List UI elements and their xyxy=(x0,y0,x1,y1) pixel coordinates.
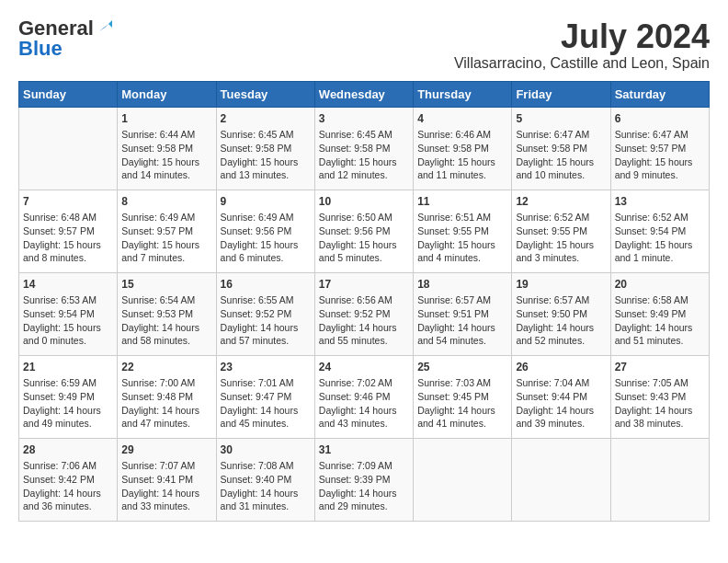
svg-marker-1 xyxy=(108,20,112,28)
cell-content: Sunrise: 6:54 AM Sunset: 9:53 PM Dayligh… xyxy=(121,293,211,348)
calendar-cell: 24Sunrise: 7:02 AM Sunset: 9:46 PM Dayli… xyxy=(314,355,413,438)
cell-content: Sunrise: 6:44 AM Sunset: 9:58 PM Dayligh… xyxy=(121,128,211,182)
calendar-cell: 26Sunrise: 7:04 AM Sunset: 9:44 PM Dayli… xyxy=(512,355,610,438)
day-number: 27 xyxy=(615,360,705,375)
cell-content: Sunrise: 6:45 AM Sunset: 9:58 PM Dayligh… xyxy=(221,128,311,182)
calendar-cell: 6Sunrise: 6:47 AM Sunset: 9:57 PM Daylig… xyxy=(610,107,709,190)
day-number: 1 xyxy=(121,111,211,127)
calendar-header-row: SundayMondayTuesdayWednesdayThursdayFrid… xyxy=(19,81,710,107)
day-header-friday: Friday xyxy=(512,81,610,107)
calendar-week-row: 28Sunrise: 7:06 AM Sunset: 9:42 PM Dayli… xyxy=(19,438,710,521)
day-number: 16 xyxy=(221,277,311,293)
svg-marker-0 xyxy=(99,20,112,31)
day-number: 9 xyxy=(221,194,311,210)
day-number: 22 xyxy=(121,360,211,375)
calendar-cell: 5Sunrise: 6:47 AM Sunset: 9:58 PM Daylig… xyxy=(512,107,610,190)
cell-content: Sunrise: 7:03 AM Sunset: 9:45 PM Dayligh… xyxy=(417,376,507,431)
day-number: 7 xyxy=(23,194,113,210)
day-number: 30 xyxy=(221,442,311,458)
cell-content: Sunrise: 6:55 AM Sunset: 9:52 PM Dayligh… xyxy=(221,293,311,348)
cell-content: Sunrise: 7:05 AM Sunset: 9:43 PM Dayligh… xyxy=(615,376,705,431)
cell-content: Sunrise: 6:49 AM Sunset: 9:56 PM Dayligh… xyxy=(221,211,311,265)
day-number: 31 xyxy=(319,442,409,458)
cell-content: Sunrise: 6:51 AM Sunset: 9:55 PM Dayligh… xyxy=(417,211,507,265)
day-number: 5 xyxy=(516,111,606,127)
cell-content: Sunrise: 6:52 AM Sunset: 9:55 PM Dayligh… xyxy=(516,211,606,265)
cell-content: Sunrise: 7:08 AM Sunset: 9:40 PM Dayligh… xyxy=(221,459,311,513)
cell-content: Sunrise: 7:09 AM Sunset: 9:39 PM Dayligh… xyxy=(319,459,409,513)
cell-content: Sunrise: 7:00 AM Sunset: 9:48 PM Dayligh… xyxy=(121,376,211,431)
cell-content: Sunrise: 6:47 AM Sunset: 9:57 PM Dayligh… xyxy=(615,128,705,182)
cell-content: Sunrise: 6:47 AM Sunset: 9:58 PM Dayligh… xyxy=(516,128,606,182)
day-number: 15 xyxy=(121,277,211,293)
day-header-saturday: Saturday xyxy=(610,81,709,107)
day-number: 21 xyxy=(23,360,113,375)
calendar-cell: 30Sunrise: 7:08 AM Sunset: 9:40 PM Dayli… xyxy=(216,438,314,521)
calendar-cell: 27Sunrise: 7:05 AM Sunset: 9:43 PM Dayli… xyxy=(610,355,709,438)
day-number: 26 xyxy=(516,360,606,375)
day-number: 10 xyxy=(319,194,409,210)
day-header-sunday: Sunday xyxy=(19,81,118,107)
calendar-cell: 17Sunrise: 6:56 AM Sunset: 9:52 PM Dayli… xyxy=(314,272,413,355)
calendar-cell: 28Sunrise: 7:06 AM Sunset: 9:42 PM Dayli… xyxy=(19,438,118,521)
calendar-cell: 10Sunrise: 6:50 AM Sunset: 9:56 PM Dayli… xyxy=(314,190,413,272)
cell-content: Sunrise: 7:02 AM Sunset: 9:46 PM Dayligh… xyxy=(319,376,409,431)
calendar-cell: 22Sunrise: 7:00 AM Sunset: 9:48 PM Dayli… xyxy=(118,355,216,438)
day-number: 20 xyxy=(615,277,705,293)
calendar-cell: 9Sunrise: 6:49 AM Sunset: 9:56 PM Daylig… xyxy=(216,190,314,272)
cell-content: Sunrise: 6:48 AM Sunset: 9:57 PM Dayligh… xyxy=(23,211,113,265)
month-title: July 2024 xyxy=(454,18,710,55)
cell-content: Sunrise: 7:01 AM Sunset: 9:47 PM Dayligh… xyxy=(221,376,311,431)
day-number: 4 xyxy=(417,111,507,127)
logo: General Blue xyxy=(18,18,112,59)
calendar-cell xyxy=(414,438,512,521)
calendar-cell: 31Sunrise: 7:09 AM Sunset: 9:39 PM Dayli… xyxy=(314,438,413,521)
day-header-monday: Monday xyxy=(118,81,216,107)
day-number: 24 xyxy=(319,360,409,375)
cell-content: Sunrise: 7:07 AM Sunset: 9:41 PM Dayligh… xyxy=(121,459,211,513)
calendar-cell: 7Sunrise: 6:48 AM Sunset: 9:57 PM Daylig… xyxy=(19,190,118,272)
calendar-cell: 25Sunrise: 7:03 AM Sunset: 9:45 PM Dayli… xyxy=(414,355,512,438)
calendar-cell: 4Sunrise: 6:46 AM Sunset: 9:58 PM Daylig… xyxy=(414,107,512,190)
day-number: 11 xyxy=(417,194,507,210)
day-header-wednesday: Wednesday xyxy=(314,81,413,107)
calendar-cell: 13Sunrise: 6:52 AM Sunset: 9:54 PM Dayli… xyxy=(610,190,709,272)
day-number: 18 xyxy=(417,277,507,293)
calendar-cell: 20Sunrise: 6:58 AM Sunset: 9:49 PM Dayli… xyxy=(610,272,709,355)
calendar-cell: 8Sunrise: 6:49 AM Sunset: 9:57 PM Daylig… xyxy=(118,190,216,272)
logo-general-text: General xyxy=(18,18,94,39)
day-number: 17 xyxy=(319,277,409,293)
day-number: 12 xyxy=(516,194,606,210)
calendar-cell: 21Sunrise: 6:59 AM Sunset: 9:49 PM Dayli… xyxy=(19,355,118,438)
calendar-week-row: 7Sunrise: 6:48 AM Sunset: 9:57 PM Daylig… xyxy=(19,190,710,272)
cell-content: Sunrise: 7:06 AM Sunset: 9:42 PM Dayligh… xyxy=(23,459,113,513)
calendar-cell: 2Sunrise: 6:45 AM Sunset: 9:58 PM Daylig… xyxy=(216,107,314,190)
day-number: 28 xyxy=(23,442,113,458)
day-number: 8 xyxy=(121,194,211,210)
cell-content: Sunrise: 6:58 AM Sunset: 9:49 PM Dayligh… xyxy=(615,293,705,348)
day-number: 2 xyxy=(221,111,311,127)
location-title: Villasarracino, Castille and Leon, Spain xyxy=(454,55,710,72)
calendar-cell: 1Sunrise: 6:44 AM Sunset: 9:58 PM Daylig… xyxy=(118,107,216,190)
cell-content: Sunrise: 6:57 AM Sunset: 9:50 PM Dayligh… xyxy=(516,293,606,348)
calendar-cell: 12Sunrise: 6:52 AM Sunset: 9:55 PM Dayli… xyxy=(512,190,610,272)
day-number: 19 xyxy=(516,277,606,293)
cell-content: Sunrise: 6:59 AM Sunset: 9:49 PM Dayligh… xyxy=(23,376,113,431)
cell-content: Sunrise: 6:52 AM Sunset: 9:54 PM Dayligh… xyxy=(615,211,705,265)
cell-content: Sunrise: 6:46 AM Sunset: 9:58 PM Dayligh… xyxy=(417,128,507,182)
calendar-cell: 29Sunrise: 7:07 AM Sunset: 9:41 PM Dayli… xyxy=(118,438,216,521)
cell-content: Sunrise: 6:45 AM Sunset: 9:58 PM Dayligh… xyxy=(319,128,409,182)
day-number: 23 xyxy=(221,360,311,375)
cell-content: Sunrise: 6:53 AM Sunset: 9:54 PM Dayligh… xyxy=(23,293,113,348)
day-header-tuesday: Tuesday xyxy=(216,81,314,107)
calendar-cell xyxy=(610,438,709,521)
logo-bird-icon xyxy=(96,18,112,35)
day-number: 14 xyxy=(23,277,113,293)
day-number: 6 xyxy=(615,111,705,127)
cell-content: Sunrise: 6:49 AM Sunset: 9:57 PM Dayligh… xyxy=(121,211,211,265)
logo-blue-text: Blue xyxy=(18,39,63,59)
calendar-cell: 15Sunrise: 6:54 AM Sunset: 9:53 PM Dayli… xyxy=(118,272,216,355)
calendar-week-row: 14Sunrise: 6:53 AM Sunset: 9:54 PM Dayli… xyxy=(19,272,710,355)
cell-content: Sunrise: 6:50 AM Sunset: 9:56 PM Dayligh… xyxy=(319,211,409,265)
day-header-thursday: Thursday xyxy=(414,81,512,107)
